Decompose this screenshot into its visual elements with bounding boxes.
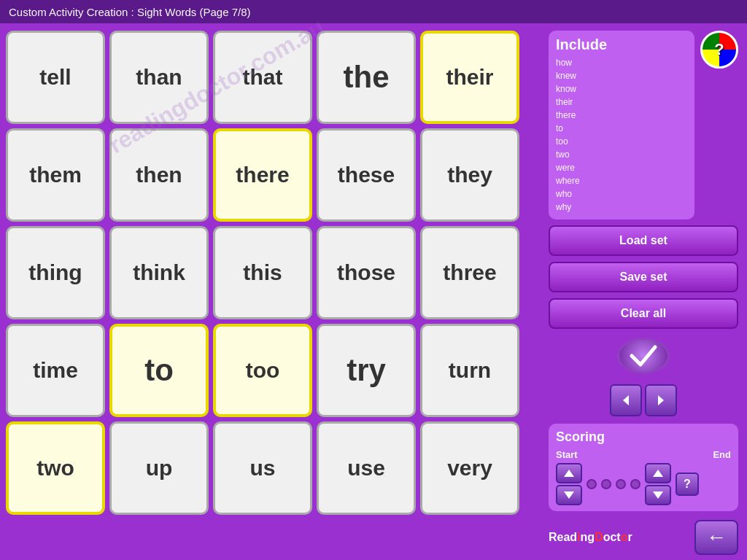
- score-dot-3: [616, 479, 626, 489]
- word-card[interactable]: two: [6, 421, 105, 515]
- svg-marker-2: [564, 470, 574, 477]
- word-card[interactable]: the: [317, 31, 416, 124]
- help-button[interactable]: ?: [700, 31, 738, 69]
- score-dots: [587, 479, 640, 489]
- include-title: Include: [556, 36, 687, 53]
- logo-text-dot: o: [621, 531, 628, 543]
- scoring-labels: Start End: [556, 449, 731, 460]
- word-row: twoupususevery: [6, 421, 534, 515]
- start-score-arrows: [556, 463, 582, 505]
- reading-doctor-logo: ReadingDoctor: [549, 531, 632, 544]
- word-card[interactable]: than: [109, 31, 209, 124]
- include-word-item: know: [556, 82, 687, 96]
- include-word-item: where: [556, 174, 687, 187]
- include-word-item: to: [556, 122, 687, 135]
- header-title: Custom Activity Creation : Sight Words (…: [9, 6, 251, 18]
- logo-text-r: r: [627, 531, 632, 543]
- nav-arrows: [549, 384, 738, 416]
- start-down-arrow[interactable]: [556, 485, 582, 505]
- include-words-list: howknewknowtheirtheretotootwowerewherewh…: [556, 56, 687, 214]
- check-icon: [627, 340, 659, 372]
- word-card[interactable]: turn: [420, 324, 519, 417]
- word-row: thingthinkthisthosethree: [6, 226, 534, 319]
- word-card[interactable]: think: [109, 226, 209, 319]
- svg-marker-0: [623, 395, 629, 405]
- svg-marker-3: [564, 491, 574, 499]
- scoring-title: Scoring: [556, 429, 731, 445]
- svg-marker-1: [658, 395, 664, 405]
- logo-text-octor: oct: [603, 531, 621, 543]
- word-card[interactable]: too: [213, 324, 312, 417]
- word-card[interactable]: up: [109, 421, 209, 515]
- word-row: themthentherethesethey: [6, 128, 534, 222]
- word-card[interactable]: then: [109, 128, 209, 222]
- scoring-question-button[interactable]: ?: [676, 472, 699, 496]
- right-arrow-icon: [654, 393, 668, 408]
- word-card[interactable]: us: [213, 421, 312, 515]
- end-down-arrow[interactable]: [645, 485, 671, 505]
- word-card[interactable]: time: [6, 324, 105, 417]
- include-word-item: knew: [556, 69, 687, 82]
- load-set-button[interactable]: Load set: [549, 225, 738, 256]
- include-word-item: two: [556, 148, 687, 161]
- include-panel: Include howknewknowtheirtheretotootwower…: [549, 31, 694, 219]
- score-dot-1: [587, 479, 597, 489]
- logo-text-reading: Read: [549, 531, 577, 543]
- left-arrow-icon: [619, 393, 633, 408]
- word-card[interactable]: them: [6, 128, 105, 222]
- word-card[interactable]: use: [317, 421, 416, 515]
- include-word-item: were: [556, 161, 687, 174]
- check-button[interactable]: [617, 338, 670, 374]
- scoring-panel: Scoring Start End: [549, 424, 738, 511]
- word-card[interactable]: three: [420, 226, 519, 319]
- clear-all-button[interactable]: Clear all: [549, 298, 738, 329]
- include-word-item: who: [556, 187, 687, 201]
- word-card[interactable]: try: [317, 324, 416, 417]
- word-card[interactable]: very: [420, 421, 519, 515]
- score-dot-4: [630, 479, 640, 489]
- word-card[interactable]: their: [420, 31, 519, 124]
- next-arrow-button[interactable]: [645, 384, 677, 416]
- word-card[interactable]: they: [420, 128, 519, 222]
- prev-arrow-button[interactable]: [610, 384, 642, 416]
- word-card[interactable]: this: [213, 226, 312, 319]
- back-arrow-icon: ←: [706, 526, 727, 549]
- word-card[interactable]: thing: [6, 226, 105, 319]
- word-card[interactable]: tell: [6, 31, 105, 124]
- back-button[interactable]: ←: [694, 520, 738, 555]
- logo-text-d: D: [595, 531, 603, 543]
- word-card[interactable]: that: [213, 31, 312, 124]
- sidebar: Include howknewknowtheirtheretotootwower…: [540, 23, 747, 560]
- logo-text-ng: ng: [581, 531, 595, 543]
- scoring-question-label: ?: [684, 478, 691, 491]
- save-set-button[interactable]: Save set: [549, 262, 738, 292]
- end-label: End: [713, 449, 731, 460]
- include-word-item: too: [556, 135, 687, 148]
- include-word-item: their: [556, 96, 687, 109]
- include-word-item: why: [556, 201, 687, 214]
- word-row: timetotootryturn: [6, 324, 534, 417]
- score-dot-2: [601, 479, 611, 489]
- svg-marker-5: [653, 491, 663, 499]
- end-score-arrows: [645, 463, 671, 505]
- start-up-arrow[interactable]: [556, 463, 582, 483]
- word-card[interactable]: there: [213, 128, 312, 222]
- start-label: Start: [556, 449, 578, 460]
- sidebar-top: Include howknewknowtheirtheretotootwower…: [549, 31, 738, 219]
- scoring-controls: ?: [556, 463, 731, 505]
- header-bar: Custom Activity Creation : Sight Words (…: [0, 0, 747, 23]
- word-card[interactable]: to: [109, 324, 209, 417]
- help-label: ?: [714, 40, 724, 59]
- word-row: tellthanthatthetheir: [6, 31, 534, 124]
- word-grid-area: tellthanthatthetheirthemthentheretheseth…: [0, 23, 540, 560]
- word-card[interactable]: these: [317, 128, 416, 222]
- word-card[interactable]: those: [317, 226, 416, 319]
- bottom-bar: ReadingDoctor ←: [549, 520, 738, 555]
- include-word-item: there: [556, 109, 687, 122]
- main-layout: tellthanthatthetheirthemthentheretheseth…: [0, 23, 747, 560]
- svg-marker-4: [653, 470, 663, 477]
- end-up-arrow[interactable]: [645, 463, 671, 483]
- include-word-item: how: [556, 56, 687, 69]
